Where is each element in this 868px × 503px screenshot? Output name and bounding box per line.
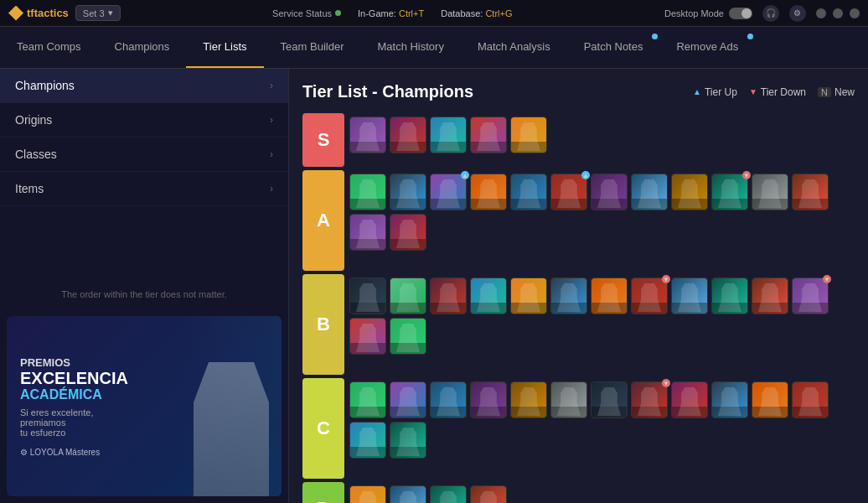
champion-icon[interactable] <box>711 381 748 418</box>
tier-label-d: D <box>302 482 344 503</box>
champion-icon[interactable] <box>591 174 628 210</box>
nav-tabs: Team Comps Champions Tier Lists Team Bui… <box>0 27 868 69</box>
tier-legend: ▲ Tier Up ▼ Tier Down N New <box>693 86 855 98</box>
champion-icon[interactable] <box>390 277 426 314</box>
maximize-button[interactable] <box>833 8 843 18</box>
title-bar-center: Service Status In-Game: Ctrl+T Database:… <box>272 8 512 18</box>
chevron-right-icon: › <box>270 114 273 126</box>
sidebar-item-items[interactable]: Items › <box>0 172 288 206</box>
tier-down-badge: ▼ <box>662 379 670 387</box>
champion-icon[interactable] <box>671 277 708 314</box>
close-button[interactable] <box>850 8 860 18</box>
champion-icon[interactable] <box>390 214 426 251</box>
champion-icon[interactable] <box>349 381 386 418</box>
main-layout: Champions › Origins › Classes › Items › … <box>0 69 868 503</box>
champion-icon[interactable] <box>671 381 708 418</box>
champion-icon[interactable] <box>550 381 587 418</box>
champion-icon[interactable] <box>470 277 507 314</box>
set-label: Set 3 <box>83 8 105 18</box>
champion-icon[interactable]: ▼ <box>631 381 668 418</box>
champion-icon[interactable] <box>430 485 467 503</box>
champion-icon[interactable] <box>792 381 829 418</box>
champion-icon[interactable] <box>390 422 426 459</box>
champion-icon[interactable] <box>510 117 547 153</box>
title-bar: tftactics Set 3 ▾ Service Status In-Game… <box>0 0 868 27</box>
sidebar-item-classes[interactable]: Classes › <box>0 137 288 172</box>
tier-down-badge: ▼ <box>662 275 670 283</box>
tier-row-s: S <box>302 113 855 167</box>
champion-icon[interactable] <box>510 381 547 418</box>
tier-champions-a: ▲ ▲ ▼ <box>349 170 855 254</box>
sidebar-ad[interactable]: PREMIOS EXCELENCIA ACADÉMICA Si eres exc… <box>7 316 282 496</box>
tab-match-history[interactable]: Match History <box>360 27 460 68</box>
champion-icon[interactable] <box>470 485 507 503</box>
ingame-shortcut: In-Game: Ctrl+T <box>358 8 424 18</box>
tab-patch-notes[interactable]: Patch Notes <box>567 27 660 68</box>
champion-icon[interactable] <box>349 117 386 153</box>
champion-icon[interactable] <box>510 174 547 210</box>
champion-icon[interactable] <box>671 174 708 210</box>
champion-icon[interactable] <box>631 174 668 210</box>
champion-icon[interactable] <box>550 277 587 314</box>
champion-icon[interactable]: ▼ <box>711 174 748 210</box>
champion-icon[interactable] <box>390 318 426 355</box>
champion-icon[interactable] <box>470 381 507 418</box>
service-status: Service Status <box>272 8 341 18</box>
sidebar-item-champions[interactable]: Champions › <box>0 69 288 103</box>
chevron-right-icon: › <box>270 183 273 194</box>
champion-icon[interactable] <box>349 318 386 355</box>
minimize-button[interactable] <box>816 8 826 18</box>
champion-icon[interactable] <box>470 174 507 210</box>
tab-team-comps[interactable]: Team Comps <box>0 27 98 68</box>
champion-icon[interactable] <box>390 174 426 210</box>
desktop-mode-toggle[interactable] <box>729 8 752 19</box>
champion-icon[interactable] <box>792 174 829 210</box>
champion-icon[interactable]: ▲ <box>550 174 587 210</box>
tab-team-builder[interactable]: Team Builder <box>264 27 361 68</box>
set-chevron: ▾ <box>108 8 113 18</box>
tier-row-c: C ▼ <box>302 378 855 479</box>
champion-icon[interactable] <box>390 117 426 153</box>
tier-champions-c: ▼ <box>349 378 855 462</box>
legend-tier-down: ▼ Tier Down <box>749 86 806 98</box>
champion-icon[interactable] <box>349 277 386 314</box>
tab-tier-lists[interactable]: Tier Lists <box>186 27 263 68</box>
champion-icon[interactable]: ▲ <box>430 174 467 210</box>
tab-match-analysis[interactable]: Match Analysis <box>461 27 567 68</box>
champion-icon[interactable] <box>390 485 426 503</box>
champion-icon[interactable] <box>510 277 547 314</box>
champion-icon[interactable] <box>470 117 507 153</box>
champion-icon[interactable] <box>349 422 386 459</box>
champion-icon[interactable] <box>591 277 628 314</box>
tier-label-b: B <box>302 274 344 375</box>
logo-icon <box>8 6 23 21</box>
sidebar: Champions › Origins › Classes › Items › … <box>0 69 289 503</box>
champion-icon[interactable] <box>430 277 467 314</box>
sidebar-item-origins[interactable]: Origins › <box>0 103 288 137</box>
champion-icon[interactable]: ▼ <box>792 277 829 314</box>
champion-icon[interactable]: ▼ <box>631 277 668 314</box>
champion-icon[interactable] <box>752 174 788 210</box>
status-dot <box>335 10 341 16</box>
champion-icon[interactable] <box>390 381 426 418</box>
champion-icon[interactable] <box>349 214 386 251</box>
tier-champions-b: ▼ ▼ <box>349 274 855 358</box>
champion-icon[interactable] <box>430 381 467 418</box>
tab-remove-ads[interactable]: Remove Ads <box>659 27 755 68</box>
champion-icon[interactable] <box>430 117 467 153</box>
champion-icon[interactable] <box>752 381 788 418</box>
headset-icon[interactable]: 🎧 <box>762 5 779 22</box>
settings-icon[interactable]: ⚙ <box>789 5 806 22</box>
tier-label-a: A <box>302 170 344 271</box>
champion-icon[interactable] <box>349 174 386 210</box>
tier-champions-s <box>349 113 855 157</box>
champion-icon[interactable] <box>752 277 788 314</box>
set-badge[interactable]: Set 3 ▾ <box>75 5 121 21</box>
content-area: Tier List - Champions ▲ Tier Up ▼ Tier D… <box>289 69 868 503</box>
champion-icon[interactable] <box>711 277 748 314</box>
tab-champions[interactable]: Champions <box>98 27 187 68</box>
tier-label-s: S <box>302 113 344 167</box>
champion-icon[interactable] <box>591 381 628 418</box>
champion-icon[interactable] <box>349 485 386 503</box>
desktop-mode: Desktop Mode <box>664 8 752 19</box>
